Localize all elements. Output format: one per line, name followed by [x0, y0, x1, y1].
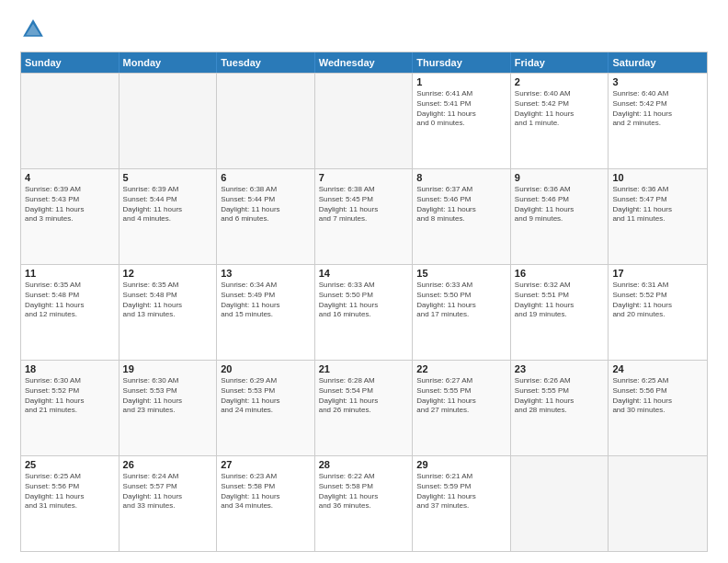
calendar-row-3: 11Sunrise: 6:35 AM Sunset: 5:48 PM Dayli… — [21, 264, 707, 360]
cell-info: Sunrise: 6:40 AM Sunset: 5:42 PM Dayligh… — [612, 89, 703, 129]
cell-info: Sunrise: 6:39 AM Sunset: 5:43 PM Dayligh… — [25, 185, 115, 224]
cell-info: Sunrise: 6:37 AM Sunset: 5:46 PM Dayligh… — [416, 185, 506, 224]
calendar-body: 1Sunrise: 6:41 AM Sunset: 5:41 PM Daylig… — [21, 73, 707, 551]
calendar-cell: 26Sunrise: 6:24 AM Sunset: 5:57 PM Dayli… — [119, 456, 218, 551]
cell-info: Sunrise: 6:27 AM Sunset: 5:55 PM Dayligh… — [416, 376, 506, 416]
calendar-cell: 22Sunrise: 6:27 AM Sunset: 5:55 PM Dayli… — [413, 361, 511, 455]
calendar-cell: 19Sunrise: 6:30 AM Sunset: 5:53 PM Dayli… — [119, 361, 218, 455]
cell-date: 24 — [612, 363, 703, 374]
cell-info: Sunrise: 6:26 AM Sunset: 5:55 PM Dayligh… — [515, 376, 605, 416]
calendar-cell — [609, 456, 707, 551]
calendar-cell: 29Sunrise: 6:21 AM Sunset: 5:59 PM Dayli… — [413, 456, 511, 551]
cell-date: 3 — [612, 76, 703, 87]
header-day-saturday: Saturday — [609, 52, 707, 73]
header-day-tuesday: Tuesday — [217, 52, 315, 73]
calendar-cell: 13Sunrise: 6:34 AM Sunset: 5:49 PM Dayli… — [217, 265, 315, 360]
cell-date: 25 — [25, 459, 115, 470]
calendar-cell: 8Sunrise: 6:37 AM Sunset: 5:46 PM Daylig… — [413, 169, 511, 264]
cell-info: Sunrise: 6:25 AM Sunset: 5:56 PM Dayligh… — [612, 376, 703, 416]
cell-info: Sunrise: 6:38 AM Sunset: 5:45 PM Dayligh… — [319, 185, 409, 224]
calendar: SundayMondayTuesdayWednesdayThursdayFrid… — [20, 52, 708, 552]
calendar-row-4: 18Sunrise: 6:30 AM Sunset: 5:52 PM Dayli… — [21, 360, 707, 455]
top-section — [20, 17, 708, 42]
page: SundayMondayTuesdayWednesdayThursdayFrid… — [0, 0, 728, 563]
calendar-row-1: 1Sunrise: 6:41 AM Sunset: 5:41 PM Daylig… — [21, 73, 707, 168]
calendar-cell: 11Sunrise: 6:35 AM Sunset: 5:48 PM Dayli… — [21, 265, 119, 360]
cell-info: Sunrise: 6:33 AM Sunset: 5:50 PM Dayligh… — [319, 281, 409, 320]
calendar-cell: 7Sunrise: 6:38 AM Sunset: 5:45 PM Daylig… — [315, 169, 414, 264]
header-day-friday: Friday — [511, 52, 609, 73]
cell-info: Sunrise: 6:35 AM Sunset: 5:48 PM Dayligh… — [123, 281, 213, 320]
cell-date: 21 — [319, 363, 409, 374]
calendar-row-5: 25Sunrise: 6:25 AM Sunset: 5:56 PM Dayli… — [21, 455, 707, 551]
cell-date: 10 — [612, 172, 703, 183]
calendar-cell: 28Sunrise: 6:22 AM Sunset: 5:58 PM Dayli… — [315, 456, 414, 551]
cell-info: Sunrise: 6:41 AM Sunset: 5:41 PM Dayligh… — [416, 89, 506, 129]
cell-date: 20 — [221, 363, 311, 374]
cell-info: Sunrise: 6:32 AM Sunset: 5:51 PM Dayligh… — [515, 281, 605, 320]
cell-date: 26 — [123, 459, 213, 470]
header-day-monday: Monday — [119, 52, 218, 73]
calendar-cell: 25Sunrise: 6:25 AM Sunset: 5:56 PM Dayli… — [21, 456, 119, 551]
logo — [20, 17, 51, 42]
cell-date: 4 — [25, 172, 115, 183]
calendar-cell: 20Sunrise: 6:29 AM Sunset: 5:53 PM Dayli… — [217, 361, 315, 455]
calendar-cell — [315, 74, 414, 168]
cell-date: 28 — [319, 459, 409, 470]
calendar-cell: 27Sunrise: 6:23 AM Sunset: 5:58 PM Dayli… — [217, 456, 315, 551]
calendar-cell: 14Sunrise: 6:33 AM Sunset: 5:50 PM Dayli… — [315, 265, 414, 360]
calendar-cell: 17Sunrise: 6:31 AM Sunset: 5:52 PM Dayli… — [609, 265, 707, 360]
calendar-cell: 9Sunrise: 6:36 AM Sunset: 5:46 PM Daylig… — [511, 169, 609, 264]
cell-date: 9 — [515, 172, 605, 183]
cell-info: Sunrise: 6:38 AM Sunset: 5:44 PM Dayligh… — [221, 185, 311, 224]
cell-info: Sunrise: 6:23 AM Sunset: 5:58 PM Dayligh… — [221, 472, 311, 511]
cell-info: Sunrise: 6:31 AM Sunset: 5:52 PM Dayligh… — [612, 281, 703, 320]
calendar-cell: 6Sunrise: 6:38 AM Sunset: 5:44 PM Daylig… — [217, 169, 315, 264]
cell-date: 14 — [319, 268, 409, 279]
calendar-header: SundayMondayTuesdayWednesdayThursdayFrid… — [21, 52, 707, 73]
cell-info: Sunrise: 6:39 AM Sunset: 5:44 PM Dayligh… — [123, 185, 213, 224]
calendar-cell: 10Sunrise: 6:36 AM Sunset: 5:47 PM Dayli… — [609, 169, 707, 264]
cell-date: 11 — [25, 268, 115, 279]
calendar-row-2: 4Sunrise: 6:39 AM Sunset: 5:43 PM Daylig… — [21, 168, 707, 264]
cell-info: Sunrise: 6:36 AM Sunset: 5:46 PM Dayligh… — [515, 185, 605, 224]
cell-info: Sunrise: 6:30 AM Sunset: 5:52 PM Dayligh… — [25, 376, 115, 416]
header-day-thursday: Thursday — [413, 52, 511, 73]
calendar-cell: 12Sunrise: 6:35 AM Sunset: 5:48 PM Dayli… — [119, 265, 218, 360]
calendar-cell: 21Sunrise: 6:28 AM Sunset: 5:54 PM Dayli… — [315, 361, 414, 455]
calendar-cell: 18Sunrise: 6:30 AM Sunset: 5:52 PM Dayli… — [21, 361, 119, 455]
cell-info: Sunrise: 6:24 AM Sunset: 5:57 PM Dayligh… — [123, 472, 213, 511]
calendar-cell: 15Sunrise: 6:33 AM Sunset: 5:50 PM Dayli… — [413, 265, 511, 360]
cell-date: 5 — [123, 172, 213, 183]
cell-date: 8 — [416, 172, 506, 183]
cell-date: 7 — [319, 172, 409, 183]
calendar-cell: 16Sunrise: 6:32 AM Sunset: 5:51 PM Dayli… — [511, 265, 609, 360]
cell-date: 29 — [416, 459, 506, 470]
calendar-cell — [21, 74, 119, 168]
cell-date: 18 — [25, 363, 115, 374]
cell-info: Sunrise: 6:35 AM Sunset: 5:48 PM Dayligh… — [25, 281, 115, 320]
cell-info: Sunrise: 6:33 AM Sunset: 5:50 PM Dayligh… — [416, 281, 506, 320]
cell-info: Sunrise: 6:22 AM Sunset: 5:58 PM Dayligh… — [319, 472, 409, 511]
cell-date: 2 — [515, 76, 605, 87]
cell-date: 17 — [612, 268, 703, 279]
calendar-cell: 1Sunrise: 6:41 AM Sunset: 5:41 PM Daylig… — [413, 74, 511, 168]
cell-info: Sunrise: 6:36 AM Sunset: 5:47 PM Dayligh… — [612, 185, 703, 224]
calendar-cell — [217, 74, 315, 168]
cell-info: Sunrise: 6:29 AM Sunset: 5:53 PM Dayligh… — [221, 376, 311, 416]
cell-date: 12 — [123, 268, 213, 279]
cell-date: 1 — [416, 76, 506, 87]
cell-date: 22 — [416, 363, 506, 374]
cell-info: Sunrise: 6:28 AM Sunset: 5:54 PM Dayligh… — [319, 376, 409, 416]
cell-info: Sunrise: 6:40 AM Sunset: 5:42 PM Dayligh… — [515, 89, 605, 129]
cell-date: 23 — [515, 363, 605, 374]
calendar-cell: 4Sunrise: 6:39 AM Sunset: 5:43 PM Daylig… — [21, 169, 119, 264]
cell-date: 16 — [515, 268, 605, 279]
header-day-wednesday: Wednesday — [315, 52, 414, 73]
cell-info: Sunrise: 6:30 AM Sunset: 5:53 PM Dayligh… — [123, 376, 213, 416]
calendar-cell — [119, 74, 218, 168]
header-day-sunday: Sunday — [21, 52, 119, 73]
cell-info: Sunrise: 6:34 AM Sunset: 5:49 PM Dayligh… — [221, 281, 311, 320]
calendar-cell: 2Sunrise: 6:40 AM Sunset: 5:42 PM Daylig… — [511, 74, 609, 168]
calendar-cell — [511, 456, 609, 551]
